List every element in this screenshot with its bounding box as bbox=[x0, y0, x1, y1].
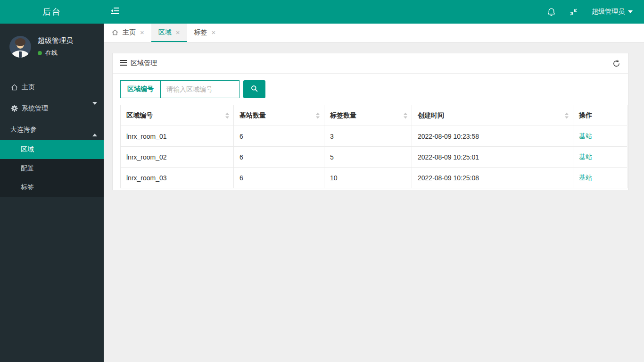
sidebar-submenu: 区域 配置 标签 bbox=[0, 140, 104, 197]
cell-stations: 6 bbox=[234, 168, 324, 188]
chevron-up-icon bbox=[92, 126, 97, 134]
cell-tags: 10 bbox=[324, 168, 412, 188]
fullscreen-compress-icon[interactable] bbox=[570, 8, 578, 16]
base-station-link[interactable]: 基站 bbox=[579, 132, 592, 140]
sidebar: 超级管理员 在线 主页 bbox=[0, 24, 104, 362]
sidebar-item-label: 标签 bbox=[21, 183, 34, 192]
cell-area-id: lnrx_room_03 bbox=[121, 168, 234, 188]
notifications-bell-icon[interactable] bbox=[547, 8, 555, 17]
cell-tags: 3 bbox=[324, 126, 412, 147]
avatar bbox=[9, 36, 31, 58]
sidebar-item-label: 主页 bbox=[22, 83, 35, 92]
cell-area-id: lnrx_room_02 bbox=[121, 147, 234, 168]
search-input[interactable] bbox=[161, 81, 239, 98]
table-row: lnrx_room_03 6 10 2022-08-09 10:25:08 基站 bbox=[121, 168, 627, 188]
topbar-right-group: 超级管理员 bbox=[547, 8, 644, 17]
cell-created: 2022-08-09 10:23:58 bbox=[412, 126, 573, 147]
sidebar-item-label: 配置 bbox=[21, 164, 34, 173]
online-status-label: 在线 bbox=[45, 49, 58, 57]
close-icon[interactable]: × bbox=[176, 29, 180, 36]
sidebar-item-tags[interactable]: 标签 bbox=[0, 178, 104, 197]
sort-icon[interactable] bbox=[404, 112, 407, 118]
gear-icon bbox=[10, 105, 18, 112]
search-icon bbox=[251, 85, 258, 93]
tab-label: 标签 bbox=[194, 28, 207, 37]
table-row: lnrx_room_02 6 5 2022-08-09 10:25:01 基站 bbox=[121, 147, 627, 168]
search-input-group: 区域编号 bbox=[120, 80, 239, 98]
sidebar-item-label: 大连海参 bbox=[10, 126, 37, 134]
tab-home[interactable]: 主页 × bbox=[105, 24, 151, 42]
table-header-row: 区域编号 基站数量 标签数量 创建时间 bbox=[121, 105, 627, 126]
close-icon[interactable]: × bbox=[212, 29, 216, 36]
area-table: 区域编号 基站数量 标签数量 创建时间 bbox=[120, 105, 627, 188]
sidebar-item-config[interactable]: 配置 bbox=[0, 159, 104, 178]
table-row: lnrx_room_01 6 3 2022-08-09 10:23:58 基站 bbox=[121, 126, 627, 147]
home-icon bbox=[10, 84, 18, 91]
main-content: 区域管理 区域编号 bbox=[104, 42, 644, 362]
user-dropdown[interactable]: 超级管理员 bbox=[592, 8, 633, 16]
column-header-stations[interactable]: 基站数量 bbox=[234, 105, 324, 126]
cell-tags: 5 bbox=[324, 147, 412, 168]
caret-down-icon bbox=[628, 10, 633, 13]
sort-icon[interactable] bbox=[316, 112, 320, 118]
tab-tags[interactable]: 标签 × bbox=[187, 24, 223, 42]
topbar: 后台 超级管理员 bbox=[0, 0, 644, 24]
app-logo: 后台 bbox=[0, 6, 104, 17]
cell-stations: 6 bbox=[234, 126, 324, 147]
column-header-created[interactable]: 创建时间 bbox=[412, 105, 573, 126]
sidebar-item-label: 区域 bbox=[21, 145, 34, 154]
base-station-link[interactable]: 基站 bbox=[579, 153, 592, 160]
tab-area[interactable]: 区域 × bbox=[151, 24, 187, 42]
chevron-down-icon bbox=[92, 105, 97, 112]
sidebar-item-dalian-haishen[interactable]: 大连海参 bbox=[0, 119, 104, 140]
home-icon bbox=[112, 29, 118, 35]
panel-body: 区域编号 bbox=[113, 74, 628, 190]
panel-header: 区域管理 bbox=[113, 53, 628, 74]
search-row: 区域编号 bbox=[120, 80, 620, 98]
tab-label: 区域 bbox=[158, 28, 172, 37]
sidebar-toggle-button[interactable] bbox=[111, 8, 119, 16]
tab-label: 主页 bbox=[123, 28, 136, 37]
cell-stations: 6 bbox=[234, 147, 324, 168]
sidebar-item-system-management[interactable]: 系统管理 bbox=[0, 98, 104, 119]
sort-icon[interactable] bbox=[565, 112, 569, 118]
sidebar-item-home[interactable]: 主页 bbox=[0, 76, 104, 98]
online-status-dot bbox=[38, 51, 42, 55]
list-icon bbox=[120, 59, 127, 67]
search-button[interactable] bbox=[243, 80, 265, 98]
search-field-label: 区域编号 bbox=[121, 81, 161, 98]
column-header-tags[interactable]: 标签数量 bbox=[324, 105, 412, 126]
cell-area-id: lnrx_room_01 bbox=[121, 126, 234, 147]
user-dropdown-label: 超级管理员 bbox=[592, 8, 625, 16]
column-header-actions: 操作 bbox=[573, 105, 627, 126]
panel-title: 区域管理 bbox=[131, 59, 157, 67]
menu-fold-icon bbox=[111, 8, 119, 16]
cell-created: 2022-08-09 10:25:01 bbox=[412, 147, 573, 168]
sidebar-menu: 主页 系统管理 大连海参 区域 bbox=[0, 76, 104, 197]
sidebar-user-name: 超级管理员 bbox=[38, 36, 73, 45]
close-icon[interactable]: × bbox=[140, 29, 144, 36]
tabbar: 主页 × 区域 × 标签 × bbox=[104, 24, 644, 42]
cell-created: 2022-08-09 10:25:08 bbox=[412, 168, 573, 188]
area-management-panel: 区域管理 区域编号 bbox=[112, 53, 628, 190]
refresh-icon[interactable] bbox=[612, 59, 620, 67]
sidebar-item-label: 系统管理 bbox=[22, 104, 48, 113]
column-header-area-id[interactable]: 区域编号 bbox=[121, 105, 234, 126]
sidebar-user-panel: 超级管理员 在线 bbox=[0, 24, 104, 70]
sort-icon[interactable] bbox=[225, 112, 229, 118]
sidebar-item-area[interactable]: 区域 bbox=[0, 140, 104, 159]
base-station-link[interactable]: 基站 bbox=[579, 174, 592, 181]
sidebar-user-status: 在线 bbox=[38, 49, 73, 57]
